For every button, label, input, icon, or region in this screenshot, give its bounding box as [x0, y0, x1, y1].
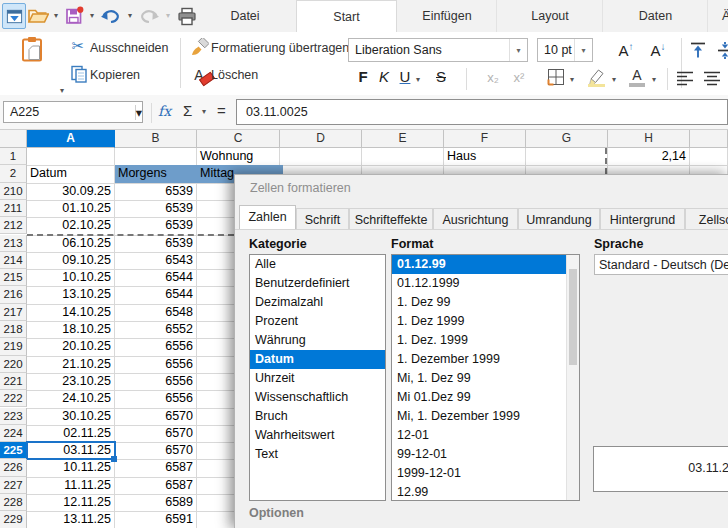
row-header-213[interactable]: 213 [0, 235, 27, 252]
copy-button[interactable] [69, 64, 89, 84]
format-item-7[interactable]: Mi 01.Dez 99 [392, 388, 579, 407]
dialog-tab-schrifteffekte[interactable]: Schrifteffekte [349, 208, 433, 230]
font-color-button[interactable]: A [626, 66, 648, 88]
cell-A212[interactable]: 02.10.25 [27, 217, 115, 234]
copy-label[interactable]: Kopieren [90, 68, 140, 82]
cell-B224[interactable]: 6570 [115, 425, 197, 442]
column-header-A[interactable]: A [27, 130, 115, 148]
formula-input[interactable]: 03.11.0025 [236, 99, 728, 125]
grow-font-button[interactable]: A↑ [612, 38, 640, 62]
cell-A2[interactable]: Datum [27, 165, 118, 182]
undo-dropdown[interactable]: ▾ [124, 3, 136, 29]
column-header-D[interactable]: D [280, 130, 362, 148]
format-item-5[interactable]: 1. Dezember 1999 [392, 350, 579, 369]
redo-button[interactable] [136, 3, 162, 29]
cell-B225[interactable]: 6570 [115, 442, 197, 459]
column-header-E[interactable]: E [362, 130, 444, 148]
align-center-button[interactable] [701, 69, 723, 87]
superscript-button[interactable]: x² [508, 70, 530, 85]
select-all-corner[interactable] [0, 130, 27, 148]
column-header-partial[interactable] [690, 130, 728, 148]
column-header-B[interactable]: B [115, 130, 197, 148]
category-list[interactable]: AlleBenutzerdefiniertDezimalzahlProzentW… [249, 254, 386, 501]
cell-A213[interactable]: 06.10.25 [27, 235, 115, 252]
bold-button[interactable]: F [354, 68, 372, 85]
column-header-G[interactable]: G [526, 130, 608, 148]
paste-button[interactable] [10, 35, 54, 63]
dialog-tab-zellschutz[interactable]: Zellschutz [685, 208, 728, 230]
cell-B223[interactable]: 6570 [115, 408, 197, 425]
cell-A228[interactable]: 12.11.25 [27, 494, 115, 511]
row-header-219[interactable]: 219 [0, 338, 27, 355]
italic-button[interactable]: K [375, 68, 393, 85]
sum-dropdown[interactable]: ▾ [202, 108, 206, 116]
column-header-H[interactable]: H [608, 130, 690, 148]
highlight-color-dropdown[interactable]: ▾ [612, 76, 616, 84]
cell-B229[interactable]: 6591 [115, 511, 197, 528]
open-button[interactable] [26, 3, 50, 29]
cell-B216[interactable]: 6544 [115, 286, 197, 303]
cut-label[interactable]: Ausschneiden [90, 41, 169, 55]
subscript-button[interactable]: x₂ [482, 70, 504, 85]
font-name-combo[interactable]: Liberation Sans ▾ [348, 38, 528, 62]
ribbon-tab-start[interactable]: Start [296, 0, 397, 33]
format-item-8[interactable]: Mi, 1. Dezember 1999 [392, 407, 579, 426]
strikethrough-button[interactable]: S [432, 68, 450, 85]
row-header-211[interactable]: 211 [0, 200, 27, 217]
cell-A226[interactable]: 10.11.25 [27, 459, 115, 476]
category-item-währung[interactable]: Währung [250, 331, 385, 350]
cell-A214[interactable]: 09.10.25 [27, 252, 115, 269]
cell-B210[interactable]: 6539 [115, 183, 197, 200]
category-item-prozent[interactable]: Prozent [250, 312, 385, 331]
dialog-tab-ausrichtung[interactable]: Ausrichtung [433, 208, 518, 230]
borders-dropdown[interactable]: ▾ [570, 76, 574, 84]
cell-A220[interactable]: 21.10.25 [27, 356, 115, 373]
format-list-scrollbar[interactable] [566, 255, 579, 500]
column-header-F[interactable]: F [444, 130, 526, 148]
cell-B228[interactable]: 6589 [115, 494, 197, 511]
dialog-tab-umrandung[interactable]: Umrandung [518, 208, 600, 230]
cell-A224[interactable]: 02.11.25 [27, 425, 115, 442]
menubar-toggle-button[interactable] [2, 3, 26, 29]
cell-A219[interactable]: 20.10.25 [27, 338, 115, 355]
cell-A222[interactable]: 24.10.25 [27, 390, 115, 407]
row-header-218[interactable]: 218 [0, 321, 27, 338]
category-item-benutzerdefiniert[interactable]: Benutzerdefiniert [250, 274, 385, 293]
borders-button[interactable] [544, 66, 568, 88]
format-item-10[interactable]: 99-12-01 [392, 445, 579, 464]
underline-dropdown[interactable]: ▾ [416, 76, 420, 84]
clear-formatting-label[interactable]: Löschen [211, 68, 258, 82]
format-item-11[interactable]: 1999-12-01 [392, 464, 579, 483]
cell-A217[interactable]: 14.10.25 [27, 304, 115, 321]
dialog-tab-zahlen[interactable]: Zahlen [239, 205, 296, 230]
category-item-alle[interactable]: Alle [250, 255, 385, 274]
cell-B214[interactable]: 6543 [115, 252, 197, 269]
row-header-1[interactable]: 1 [0, 148, 27, 165]
clear-formatting-button[interactable]: A [188, 64, 210, 86]
category-item-dezimalzahl[interactable]: Dezimalzahl [250, 293, 385, 312]
cell-F1[interactable]: Haus [444, 148, 529, 165]
save-button[interactable] [62, 3, 86, 29]
row-header-221[interactable]: 221 [0, 373, 27, 390]
row-header-229[interactable]: 229 [0, 511, 27, 528]
scrollbar-thumb[interactable] [569, 269, 577, 365]
highlight-color-button[interactable] [584, 66, 608, 88]
ribbon-tab-layout[interactable]: Layout [497, 0, 603, 32]
open-dropdown[interactable]: ▾ [50, 3, 62, 29]
cell-A221[interactable]: 23.10.25 [27, 373, 115, 390]
dialog-tab-schrift[interactable]: Schrift [296, 208, 349, 230]
cell-A218[interactable]: 18.10.25 [27, 321, 115, 338]
cell-A210[interactable]: 30.09.25 [27, 183, 115, 200]
row-header-222[interactable]: 222 [0, 390, 27, 407]
row-header-215[interactable]: 215 [0, 269, 27, 286]
format-item-1[interactable]: 01.12.1999 [392, 274, 579, 293]
redo-dropdown[interactable]: ▾ [162, 3, 174, 29]
ribbon-tab-einfügen[interactable]: Einfügen [397, 0, 497, 32]
row-header-226[interactable]: 226 [0, 459, 27, 476]
font-size-combo[interactable]: 10 pt ▾ [537, 38, 593, 62]
category-item-uhrzeit[interactable]: Uhrzeit [250, 369, 385, 388]
cell-B227[interactable]: 6587 [115, 477, 197, 494]
shrink-font-button[interactable]: A↓ [644, 38, 672, 62]
cell-B220[interactable]: 6556 [115, 356, 197, 373]
cell-B213[interactable]: 6539 [115, 235, 197, 252]
